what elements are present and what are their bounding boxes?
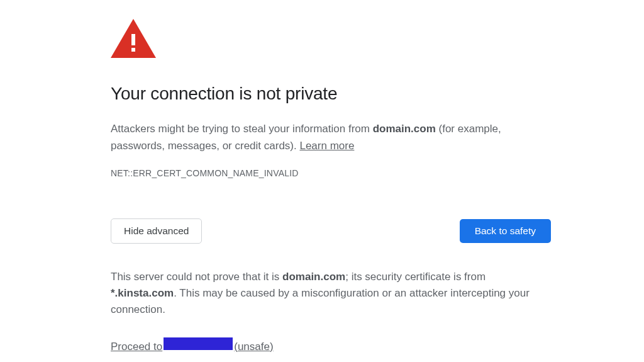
proceed-anyway-link[interactable]: Proceed to (unsafe) xyxy=(111,337,274,355)
svg-rect-1 xyxy=(131,34,135,45)
warning-prefix: Attackers might be trying to steal your … xyxy=(111,123,373,135)
hide-advanced-button[interactable]: Hide advanced xyxy=(111,218,202,244)
warning-triangle-icon xyxy=(111,19,551,58)
learn-more-link[interactable]: Learn more xyxy=(299,140,354,152)
ssl-error-interstitial: Your connection is not private Attackers… xyxy=(111,19,551,355)
advanced-part3: . This may be caused by a misconfigurati… xyxy=(111,287,530,315)
warning-domain: domain.com xyxy=(373,123,436,135)
page-title: Your connection is not private xyxy=(111,80,551,107)
advanced-cert-from: *.kinsta.com xyxy=(111,287,174,299)
svg-rect-2 xyxy=(131,48,135,52)
back-to-safety-button[interactable]: Back to safety xyxy=(460,219,551,243)
error-code: NET::ERR_CERT_COMMON_NAME_INVALID xyxy=(111,167,551,181)
proceed-prefix: Proceed to xyxy=(111,339,162,355)
proceed-suffix: (unsafe) xyxy=(234,339,273,355)
advanced-part2: ; its security certificate is from xyxy=(345,271,486,283)
advanced-domain: domain.com xyxy=(282,271,345,283)
button-row: Hide advanced Back to safety xyxy=(111,218,551,244)
warning-message: Attackers might be trying to steal your … xyxy=(111,121,551,154)
redacted-domain xyxy=(164,337,233,350)
advanced-part1: This server could not prove that it is xyxy=(111,271,282,283)
advanced-explanation: This server could not prove that it is d… xyxy=(111,269,551,319)
